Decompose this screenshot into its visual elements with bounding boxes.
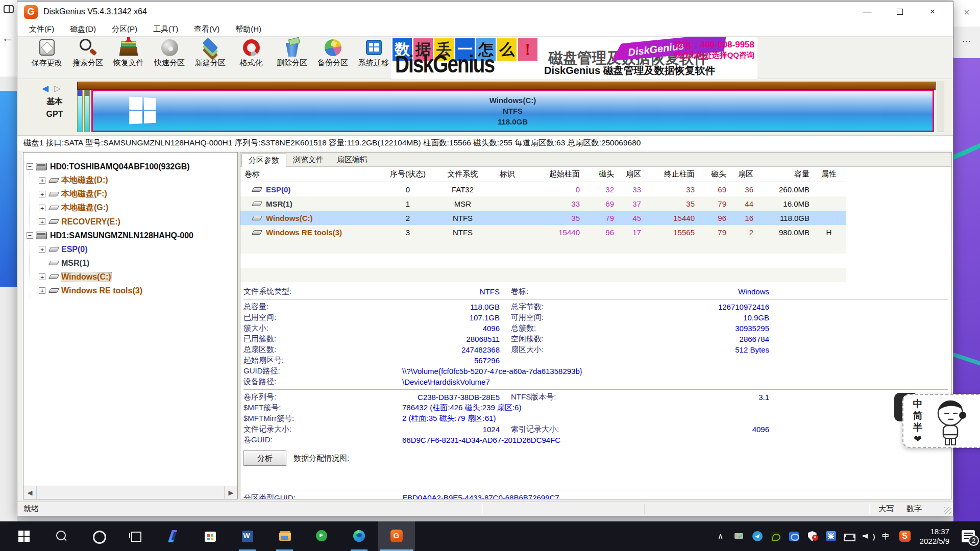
partition-map-scrollbar[interactable] (938, 82, 944, 132)
table-row[interactable]: Windows RE tools(3)3NTFS1544096171556579… (240, 225, 846, 239)
back-arrow-icon[interactable]: ← (2, 31, 14, 45)
detail-value: 4096 (639, 425, 769, 434)
sidebar-item-hd0-toshibamq04abf100-932gb-[interactable]: −HD0:TOSHIBAMQ04ABF100(932GB) (23, 160, 237, 173)
scroll-left-icon[interactable]: ◀ (23, 486, 37, 499)
sidebar-item--g-[interactable]: +本地磁盘(G:) (23, 201, 237, 215)
sidebar-item-esp-0-[interactable]: +ESP(0) (23, 242, 237, 256)
tray-bird-icon[interactable] (751, 530, 764, 543)
search-partition-button[interactable]: 搜索分区 (67, 37, 108, 79)
scroll-right-icon[interactable]: ▶ (224, 486, 237, 499)
expand-icon[interactable]: + (39, 273, 45, 280)
sidebar-item-windows-c-[interactable]: +Windows(C:) (23, 270, 237, 284)
tray-battery-icon[interactable] (843, 530, 855, 543)
delete-partition-button[interactable]: 删除分区 (272, 37, 312, 79)
new-partition-button[interactable]: 新建分区 (190, 37, 231, 79)
quick-partition-button[interactable]: 快速分区 (149, 37, 190, 79)
expand-icon[interactable]: + (39, 177, 45, 184)
tray-printer-icon[interactable] (733, 530, 745, 543)
more-dots-icon[interactable]: ⋯ (953, 27, 980, 58)
table-row[interactable]: MSR(1)1MSR33693735794416.0MB (240, 196, 846, 211)
recover-files-button[interactable]: 恢复文件 (108, 37, 149, 79)
sidebar-item--d-[interactable]: +本地磁盘(D:) (23, 173, 237, 187)
tray-volume-icon[interactable] (862, 530, 874, 543)
banner-phone[interactable]: 致电：400-008-9958 或点击此处选择QQ咨询 (674, 39, 754, 60)
sidebar-item-msr-1-[interactable]: MSR(1) (23, 256, 237, 270)
menu-item[interactable]: 磁盘(D) (70, 24, 96, 34)
taskbar-file-explorer-button[interactable] (266, 521, 303, 551)
menu-item[interactable]: 查看(V) (194, 24, 219, 34)
volume-icon (48, 192, 60, 196)
menu-item[interactable]: 分区(P) (112, 24, 137, 34)
table-cell: 69 (584, 199, 618, 208)
taskbar-word-button[interactable] (229, 521, 266, 551)
collapse-icon[interactable]: − (27, 163, 33, 170)
expand-icon[interactable]: + (39, 246, 45, 253)
menu-item[interactable]: 文件(F) (29, 24, 54, 34)
tray-ime-icon[interactable]: 中 (880, 530, 892, 543)
close-button[interactable]: × (916, 2, 949, 22)
sidebar-item-hd1-samsungmznln128hahq-000[interactable]: −HD1:SAMSUNGMZNLN128HAHQ-000 (23, 229, 237, 242)
minimize-button[interactable]: — (851, 2, 884, 22)
expand-icon[interactable]: + (39, 218, 45, 225)
taskbar-browser-360-button[interactable] (303, 521, 340, 551)
taskbar-clock[interactable]: 18:37 2022/5/9 (920, 527, 949, 546)
tray-intel-icon[interactable] (788, 530, 800, 543)
ime-status-popup[interactable]: 中简半❤ (902, 394, 980, 448)
sidebar-item-windows-re-tools-3-[interactable]: +Windows RE tools(3) (23, 284, 237, 297)
table-cell: 16.0MB (757, 199, 814, 208)
partition-type-guid-value: EBD0A0A2-B9E5-4433-87C0-68B6B72699C7 (371, 493, 951, 499)
sidebar-item-recovery-e-[interactable]: +RECOVERY(E:) (23, 215, 237, 229)
notification-center-button[interactable]: 2 (957, 521, 980, 551)
tray-defender-icon[interactable] (806, 530, 819, 543)
tray-sogou-icon[interactable]: S (898, 530, 912, 543)
tab-分区参数[interactable]: 分区参数 (241, 154, 286, 167)
tray-snowflake-icon[interactable] (825, 530, 837, 543)
msr-partition-block[interactable] (84, 90, 90, 132)
expand-icon[interactable]: + (39, 287, 45, 294)
esp-partition-block[interactable] (77, 90, 83, 132)
detail-value: 567296 (371, 356, 500, 365)
taskbar-task-view-button[interactable] (117, 521, 154, 551)
column-header: 卷标 (240, 169, 377, 179)
tree-horizontal-scrollbar[interactable]: ◀ ▶ (23, 486, 237, 499)
tab-扇区编辑[interactable]: 扇区编辑 (330, 153, 374, 166)
analyze-button[interactable]: 分析 (243, 450, 286, 466)
tab-浏览文件[interactable]: 浏览文件 (286, 153, 330, 166)
table-row[interactable]: ESP(0)0FAT3203233336936260.0MB (240, 182, 846, 196)
partition-nav: ◀ ▷ (42, 83, 61, 94)
table-row[interactable]: Windows(C:)2NTFS357945154409616118.0GB (240, 211, 846, 225)
expand-icon[interactable]: + (39, 191, 45, 197)
backup-partition-button[interactable]: 备份分区 (312, 37, 353, 79)
volume-icon (48, 274, 60, 279)
banner-ad[interactable]: 数据丢一怎么！ 磁盘管理及数据恢复软件 DiskGenius DiskGeniu… (391, 37, 757, 79)
detail-row: 已用空间:107.1GB可用空间:10.9GB (243, 312, 951, 323)
title-bar[interactable]: G DiskGenius V5.4.3.1342 x64 — × (17, 2, 953, 22)
tray-nvidia-icon[interactable] (770, 530, 782, 543)
menu-item[interactable]: 工具(T) (153, 24, 178, 34)
menu-item[interactable]: 帮助(H) (235, 24, 261, 34)
taskbar-cortana-button[interactable] (80, 521, 117, 551)
taskbar-search-button[interactable] (42, 521, 80, 551)
windows-partition-block[interactable]: Windows(C:) NTFS 118.0GB (91, 90, 934, 132)
save-button[interactable]: 保存更改 (27, 37, 67, 79)
ime-mode-char: 简 (912, 410, 924, 421)
resize-grip[interactable] (944, 507, 951, 514)
system-migration-button[interactable]: 系统迁移 (353, 37, 394, 79)
taskbar-edge-button[interactable] (340, 521, 378, 551)
nav-right-icon[interactable]: ▷ (54, 84, 61, 93)
taskbar-store-button[interactable] (191, 521, 229, 551)
background-close-icon[interactable]: × (953, 0, 980, 27)
tray-chevron-icon[interactable]: ∧ (715, 530, 727, 543)
status-ready: 就绪 (23, 504, 39, 514)
taskbar-app-lightning-button[interactable] (154, 521, 191, 551)
disk-header-strip[interactable] (77, 82, 936, 90)
sidebar-item--f-[interactable]: +本地磁盘(F:) (23, 187, 237, 201)
taskbar-start-button[interactable] (5, 521, 42, 551)
expand-icon[interactable]: + (39, 205, 45, 211)
detail-label: 索引记录大小: (511, 424, 639, 434)
nav-left-icon[interactable]: ◀ (42, 84, 48, 93)
maximize-button[interactable] (884, 2, 916, 22)
format-button[interactable]: 格式化 (231, 37, 272, 79)
collapse-icon[interactable]: − (27, 232, 33, 239)
taskbar-diskgenius-button[interactable] (378, 521, 415, 551)
